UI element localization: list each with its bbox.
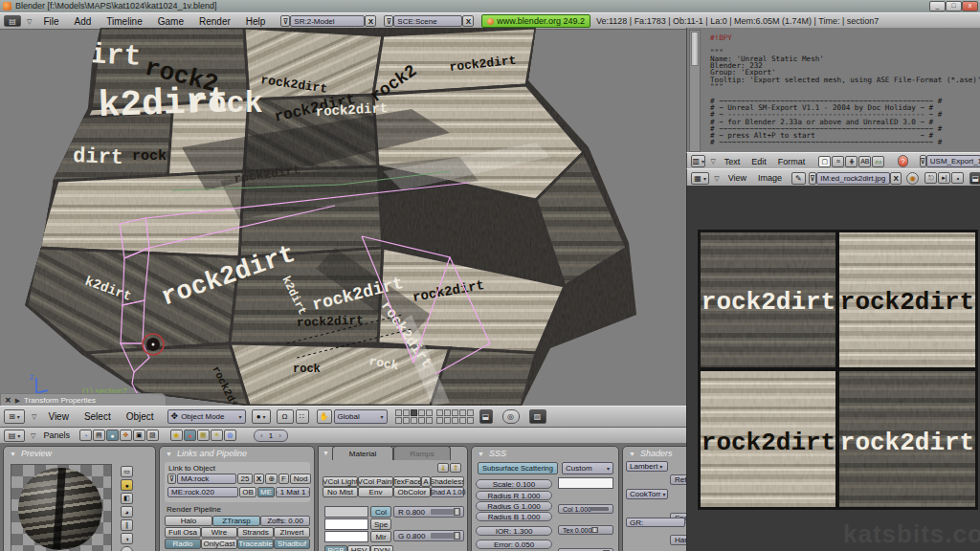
- texture-buttons-icon[interactable]: ▦: [197, 430, 210, 441]
- scene-selector[interactable]: SCE:Scene: [393, 15, 462, 27]
- shadbuf-toggle[interactable]: Shadbuf: [274, 539, 310, 549]
- text-menu-edit[interactable]: Edit: [746, 157, 772, 166]
- menu-add[interactable]: Add: [67, 16, 100, 27]
- script-datablock-field[interactable]: USM_Export_1.1: [926, 155, 980, 167]
- script-browse-icon[interactable]: ⊽: [920, 155, 926, 167]
- menu-timeline[interactable]: Timeline: [99, 16, 149, 27]
- scene-delete-button[interactable]: X: [462, 15, 474, 27]
- viewport-menu-view[interactable]: View: [40, 411, 77, 422]
- image-collapse-icon[interactable]: ▽: [714, 174, 719, 183]
- editor-type-icon[interactable]: ⊞▾: [4, 409, 25, 424]
- panels-menu[interactable]: Panels: [37, 430, 76, 440]
- script-context-icon[interactable]: ▤: [93, 430, 105, 441]
- shadeless-toggle[interactable]: Shadeless: [431, 476, 464, 487]
- image-datablock-field[interactable]: IM:ed_rock2dirt.jpg: [816, 172, 890, 185]
- tab-ramps[interactable]: Ramps: [393, 446, 451, 460]
- layer-buttons-group-1[interactable]: [395, 409, 433, 424]
- anim-play-icon[interactable]: ▸|: [938, 172, 950, 184]
- col-button[interactable]: Col: [370, 506, 391, 518]
- copy-material-icon[interactable]: ⇓: [437, 463, 449, 473]
- ztransp-toggle[interactable]: ZTransp: [212, 516, 260, 526]
- lock-icon[interactable]: ⬓: [969, 172, 980, 185]
- spe-button[interactable]: Spe: [370, 518, 391, 530]
- halo-toggle[interactable]: Halo: [165, 516, 212, 526]
- buttons-collapse-icon[interactable]: ▽: [31, 431, 35, 440]
- panel-close-icon[interactable]: ✕: [5, 396, 11, 405]
- image-editor-area[interactable]: katsbits.com: [686, 186, 980, 551]
- traceable-toggle[interactable]: Traceable: [237, 539, 274, 549]
- text-collapse-icon[interactable]: ▽: [710, 157, 715, 165]
- sss-color-swatch[interactable]: [558, 477, 613, 489]
- menu-file[interactable]: File: [35, 16, 66, 27]
- viewport-menu-object[interactable]: Object: [119, 411, 162, 422]
- maximize-button[interactable]: □: [946, 1, 962, 11]
- nodes-button[interactable]: Nod: [290, 474, 311, 484]
- r-slider[interactable]: R 0.800: [393, 506, 464, 518]
- menu-help[interactable]: Help: [238, 16, 274, 27]
- menu-render[interactable]: Render: [191, 16, 238, 27]
- specular-color-swatch[interactable]: [324, 518, 368, 530]
- python-plugins-icon[interactable]: ᔓ: [872, 156, 884, 167]
- editing-context-icon[interactable]: ▣: [133, 430, 145, 441]
- diffuse-shader-selector[interactable]: Lambert▾: [626, 461, 668, 472]
- sss-scale-field[interactable]: Scale: 0.100: [476, 479, 552, 489]
- shad-a-field[interactable]: Shad A 1.00: [431, 487, 464, 497]
- window-titlebar[interactable]: Blender [f:\Models\MAPS\kat1024\kat1024_…: [0, 0, 980, 13]
- group-field[interactable]: GR:: [626, 518, 685, 527]
- scene-browse-icon[interactable]: ⊽: [384, 15, 393, 27]
- line-numbers-icon[interactable]: ≡: [832, 156, 844, 167]
- preview-monkey-icon[interactable]: ◕: [121, 506, 133, 518]
- fake-user-button[interactable]: F: [278, 474, 289, 484]
- orientation-selector[interactable]: Global ▾: [334, 409, 388, 424]
- draw-type-icon[interactable]: ●▾: [252, 409, 271, 424]
- full-osa-toggle[interactable]: Full Osa: [165, 527, 201, 538]
- rgb-toggle[interactable]: RGB: [324, 545, 347, 551]
- sss-radius-g-field[interactable]: Radius G 1.000: [476, 501, 552, 511]
- text-scrollbar[interactable]: [689, 30, 701, 152]
- render-preview-icon[interactable]: ▨: [529, 409, 546, 424]
- sss-radius-b-field[interactable]: Radius B 1.000: [476, 512, 552, 521]
- panel-collapse-icon[interactable]: ▼: [166, 451, 172, 457]
- image-paint-icon[interactable]: ◉: [906, 172, 920, 185]
- panel-collapse-icon[interactable]: ▼: [629, 451, 635, 457]
- panel-collapse-icon[interactable]: ▼: [10, 451, 16, 457]
- syntax-highlight-icon[interactable]: AB: [858, 156, 871, 167]
- script-source-code[interactable]: #!BPY"""Name: 'Unreal Static Mesh'Blende…: [710, 34, 980, 146]
- a-toggle[interactable]: A: [421, 476, 431, 487]
- object-context-icon[interactable]: ✥: [120, 430, 132, 441]
- tab-material[interactable]: Material: [332, 446, 393, 460]
- logic-context-icon[interactable]: ◔: [79, 430, 92, 441]
- sss-ior-field[interactable]: IOR: 1.300: [476, 526, 552, 536]
- preview-plane-icon[interactable]: ▭: [121, 466, 133, 477]
- ob-button[interactable]: OB: [239, 487, 256, 497]
- zinvert-toggle[interactable]: ZInvert: [274, 527, 310, 538]
- material-users-button[interactable]: 25: [237, 474, 253, 484]
- screen-browse-icon[interactable]: ⊽: [280, 15, 290, 27]
- text-editor-area[interactable]: #!BPY"""Name: 'Unreal Static Mesh'Blende…: [686, 28, 980, 152]
- sss-tex-slider[interactable]: Tex 0.000: [558, 525, 613, 535]
- sss-preset-selector[interactable]: Custom▾: [562, 462, 613, 474]
- fullscreen-toggle-icon[interactable]: ▢: [818, 156, 831, 167]
- panel-collapse-icon[interactable]: ▼: [323, 450, 329, 456]
- 3d-viewport-canvas[interactable]: dirt rock2 k2dirt rock rock2dirt rock2di…: [0, 28, 686, 406]
- pivot-icon[interactable]: Ω: [277, 409, 294, 424]
- pin-icon[interactable]: ⎋: [924, 172, 937, 184]
- vcol-paint-toggle[interactable]: VCol Paint: [358, 476, 393, 487]
- close-button[interactable]: x: [962, 1, 978, 11]
- pencil-icon[interactable]: ✎: [791, 172, 805, 185]
- viewport-menu-select[interactable]: Select: [77, 411, 119, 422]
- auto-name-icon[interactable]: ⊕: [265, 474, 278, 484]
- zoffs-field[interactable]: Zoffs: 0.00: [260, 516, 310, 526]
- text-editor-type-icon[interactable]: ▥▾: [691, 155, 705, 167]
- paste-material-icon[interactable]: ⇑: [450, 463, 461, 473]
- obcolor-toggle[interactable]: ObColor: [393, 487, 431, 497]
- hsv-toggle[interactable]: HSV: [347, 545, 370, 551]
- panel-collapse-icon[interactable]: ▼: [478, 451, 484, 457]
- mirror-color-swatch[interactable]: [324, 531, 368, 542]
- snap-icon[interactable]: ∷: [296, 409, 309, 424]
- mesh-name-field[interactable]: ME:rock.020: [167, 487, 238, 497]
- material-unlink-button[interactable]: X: [254, 474, 264, 484]
- material-slot-stepper[interactable]: ‹1 Mat 1›: [276, 487, 310, 497]
- sss-toggle[interactable]: Subsurface Scattering: [478, 462, 558, 474]
- minimize-button[interactable]: _: [929, 1, 946, 11]
